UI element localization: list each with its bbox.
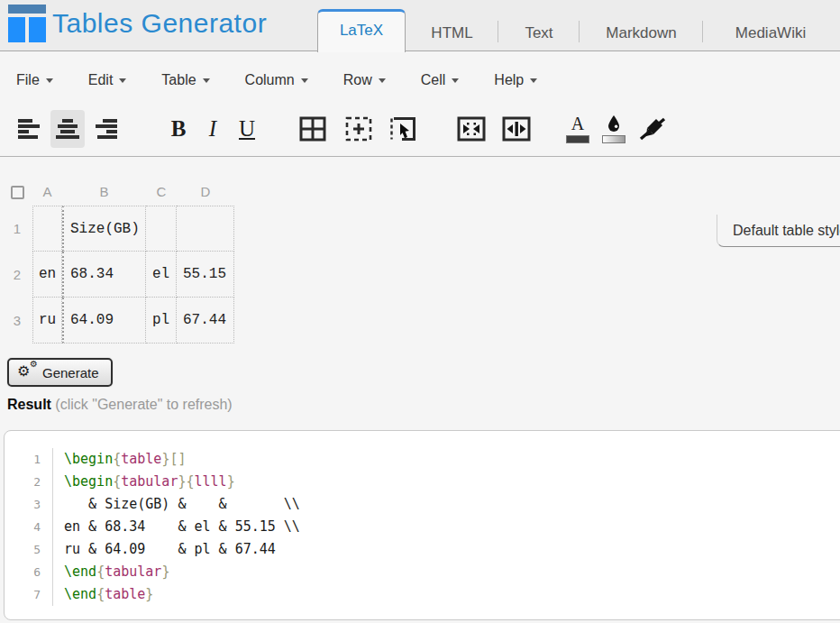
generate-button-label: Generate [42,365,99,380]
split-cells-button[interactable] [499,110,534,148]
menu-column[interactable]: Column [245,72,308,88]
code-tokens: en & 68.34 & el & 55.15 \\ [53,516,300,538]
caret-down-icon [530,78,537,83]
code-line-7: 7\end{table} [5,583,840,606]
all-borders-button[interactable] [296,110,330,148]
line-number: 6 [5,561,53,583]
tables-generator-app: Tables Generator LaTeXHTMLTextMarkdownMe… [0,0,840,623]
gears-icon: ⚙⚙ [18,363,36,381]
caret-down-icon [379,78,386,83]
cell-d1[interactable] [177,206,234,252]
table-style-dropdown[interactable]: Default table style [717,215,840,247]
logo-table-cell [29,17,46,42]
cell-a3[interactable]: ru [32,298,62,344]
cell-d3[interactable]: 67.44 [177,298,234,344]
underline-button[interactable]: U [230,110,264,148]
fill-color-button[interactable] [597,110,631,148]
border-select-icon [388,116,417,142]
italic-icon: I [209,116,216,142]
menu-help-label: Help [494,72,524,88]
code-tokens: \end{table} [53,583,153,606]
code-tokens: \begin{table}[] [53,448,186,471]
cell-c3[interactable]: pl [146,298,177,344]
table-style-dropdown-value: Default table style [733,223,840,239]
underline-icon: U [239,116,255,142]
row-header-3[interactable]: 3 [7,298,27,344]
menu-cell[interactable]: Cell [421,72,460,88]
caret-down-icon [301,78,308,83]
menu-cell-label: Cell [421,72,446,88]
menu-column-label: Column [245,72,295,88]
fill-color-swatch [602,135,625,143]
menu-file[interactable]: File [16,72,53,88]
text-color-button[interactable]: A [561,110,595,148]
column-header-d[interactable]: D [177,184,234,199]
line-number: 3 [5,493,53,516]
all-borders-icon [299,116,326,142]
column-header-a[interactable]: A [32,184,62,199]
code-lines: 1\begin{table}[]2\begin{tabular}{llll}3 … [5,448,840,606]
align-center-button[interactable] [50,110,85,148]
align-right-icon [94,119,117,139]
logo-table-header-bar [8,5,46,14]
menu-edit[interactable]: Edit [88,72,127,88]
align-left-button[interactable] [13,110,47,148]
line-number: 5 [5,538,53,561]
bold-button[interactable]: B [161,110,196,148]
spreadsheet-grid: Size(GB)en68.34el55.15ru64.09pl67.44 [32,206,234,344]
tab-html[interactable]: HTML [406,15,498,51]
caret-down-icon [119,78,126,83]
italic-button[interactable]: I [196,110,230,148]
clear-formatting-icon [638,116,667,142]
tab-markdown[interactable]: Markdown [580,15,703,51]
merge-cells-icon [457,116,486,142]
cell-c1[interactable] [146,206,177,252]
row-header-1[interactable]: 1 [7,206,27,252]
caret-down-icon [452,78,459,83]
bold-icon: B [171,116,187,142]
generate-button[interactable]: ⚙⚙ Generate [7,358,113,387]
cell-c2[interactable]: el [146,252,177,298]
column-header-b[interactable]: B [62,184,146,199]
cell-a2[interactable]: en [32,252,62,298]
app-logo-icon[interactable] [8,5,46,42]
menu-help[interactable]: Help [494,72,537,88]
text-color-swatch [566,135,589,143]
menu-edit-label: Edit [88,72,114,88]
cell-d2[interactable]: 55.15 [177,252,234,298]
result-heading: Result (click "Generate" to refresh) [7,397,233,413]
align-right-button[interactable] [88,110,123,148]
cell-b3[interactable]: 64.09 [62,298,146,344]
inner-borders-button[interactable] [342,110,376,148]
menu-table-label: Table [161,72,196,88]
tab-text[interactable]: Text [498,15,580,51]
code-tokens: \begin{tabular}{llll} [53,471,235,493]
latex-code-editor[interactable]: 1\begin{table}[]2\begin{tabular}{llll}3 … [4,430,840,620]
line-number: 7 [5,583,53,606]
text-color-icon: A [566,115,589,143]
merge-cells-button[interactable] [454,110,488,148]
code-tokens: & Size(GB) & & \\ [53,493,300,516]
line-number: 4 [5,516,53,538]
tab-mediawiki[interactable]: MediaWiki [703,15,838,51]
select-all-checkbox[interactable] [11,186,24,199]
droplet-icon [607,115,621,133]
result-label: Result [7,397,51,412]
cell-a1[interactable] [32,206,62,252]
column-header-c[interactable]: C [146,184,177,199]
row-header-2[interactable]: 2 [7,252,27,298]
cell-b1[interactable]: Size(GB) [62,206,146,252]
line-number: 2 [5,471,53,493]
app-title: Tables Generator [52,8,267,39]
cell-b2[interactable]: 68.34 [62,252,146,298]
menu-row[interactable]: Row [343,72,386,88]
line-number: 1 [5,448,53,471]
tab-latex[interactable]: LaTeX [317,9,406,52]
border-select-button[interactable] [386,110,420,148]
row-headers: 123 [7,206,27,344]
code-line-4: 4en & 68.34 & el & 55.15 \\ [5,516,840,538]
menu-table[interactable]: Table [161,72,209,88]
code-line-2: 2\begin{tabular}{llll} [5,471,840,493]
clear-formatting-button[interactable] [635,110,670,148]
code-line-6: 6\end{tabular} [5,561,840,583]
